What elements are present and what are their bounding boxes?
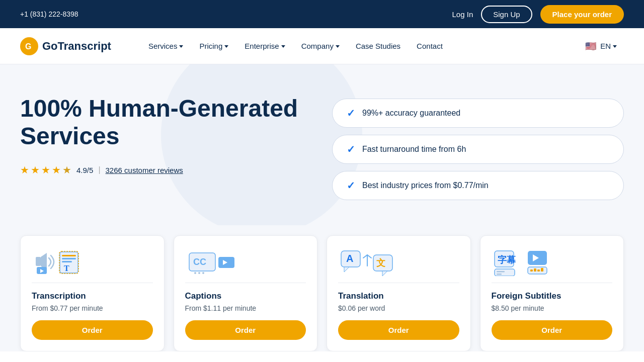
captions-order-button[interactable]: Order [185, 320, 306, 340]
feature-pill-3: ✓ Best industry prices from $0.77/min [332, 171, 624, 200]
svg-point-14 [198, 272, 200, 274]
svg-marker-20 [344, 267, 349, 272]
svg-rect-33 [534, 268, 536, 272]
svg-text:CC: CC [193, 257, 206, 267]
rating-score: 4.9/5 [76, 166, 93, 174]
nav-item-language[interactable]: 🇺🇸 EN [578, 37, 624, 56]
topbar-actions: Log In Sign Up Place your order [452, 5, 624, 24]
check-icon: ✓ [347, 179, 355, 192]
signup-button[interactable]: Sign Up [481, 6, 532, 23]
svg-rect-27 [497, 271, 505, 273]
place-order-button[interactable]: Place your order [540, 5, 624, 24]
logo[interactable]: G GoTranscript [20, 37, 111, 55]
nav-item-pricing[interactable]: Pricing [192, 38, 235, 54]
subtitles-title: Foreign Subtitles [492, 291, 613, 301]
svg-text:字幕: 字幕 [498, 254, 516, 265]
svg-rect-7 [62, 258, 76, 259]
transcription-icon-area: T [32, 248, 153, 283]
hero-title: 100% Human-Generated Services [20, 95, 302, 150]
nav-item-company[interactable]: Company [294, 38, 347, 54]
subtitles-price: $8.50 per minute [492, 304, 613, 312]
check-icon: ✓ [347, 143, 355, 155]
feature-pill-2: ✓ Fast turnaround time from 6h [332, 135, 624, 164]
svg-rect-34 [537, 269, 540, 272]
check-icon: ✓ [347, 107, 355, 119]
svg-text:G: G [25, 42, 31, 51]
svg-point-13 [194, 272, 196, 274]
transcription-icon: T [32, 248, 92, 276]
topbar: +1 (831) 222-8398 Log In Sign Up Place y… [0, 0, 644, 28]
translation-title: Translation [338, 291, 459, 301]
subtitles-order-button[interactable]: Order [492, 320, 613, 340]
service-card-subtitles: 字幕 Foreign Subtitles $8.50 per minute Or… [480, 235, 624, 351]
svg-rect-1 [36, 257, 41, 266]
captions-icon: CC [185, 248, 246, 276]
rating-divider: | [98, 165, 100, 174]
nav-item-enterprise[interactable]: Enterprise [237, 38, 292, 54]
star-2: ★ [31, 164, 40, 176]
transcription-title: Transcription [32, 291, 153, 301]
reviews-link[interactable]: 3266 customer reviews [106, 166, 183, 174]
services-row: T Transcription From $0.77 per minute Or… [0, 225, 644, 351]
svg-text:文: 文 [376, 258, 385, 268]
captions-title: Captions [185, 291, 306, 301]
logo-text: GoTranscript [42, 40, 111, 53]
chevron-down-icon [224, 45, 228, 48]
service-card-transcription: T Transcription From $0.77 per minute Or… [20, 235, 165, 351]
svg-rect-35 [541, 268, 543, 272]
svg-rect-26 [495, 269, 515, 276]
flag-icon: 🇺🇸 [585, 41, 596, 52]
translation-icon: A 文 [338, 248, 398, 276]
star-5: ★ [62, 164, 71, 176]
chevron-down-icon [336, 45, 340, 48]
captions-icon-area: CC [185, 248, 306, 283]
logo-icon: G [20, 37, 38, 55]
svg-rect-6 [62, 255, 76, 256]
translation-icon-area: A 文 [338, 248, 459, 283]
star-3: ★ [41, 164, 50, 176]
hero-rating: ★ ★ ★ ★ ★ 4.9/5 | 3266 customer reviews [20, 164, 302, 176]
login-button[interactable]: Log In [452, 10, 473, 19]
nav-links: Services Pricing Enterprise Company Case… [141, 37, 624, 56]
hero-section: 100% Human-Generated Services ★ ★ ★ ★ ★ … [0, 64, 644, 225]
nav-item-contact[interactable]: Contact [410, 38, 450, 54]
captions-price: From $1.11 per minute [185, 304, 306, 312]
service-card-captions: CC Captions From $1.11 per minute Order [174, 235, 318, 351]
feature-pill-1: ✓ 99%+ accuracy guaranteed [332, 99, 624, 128]
svg-marker-23 [382, 271, 387, 276]
chevron-down-icon [281, 45, 285, 48]
hero-right: ✓ 99%+ accuracy guaranteed ✓ Fast turnar… [332, 95, 624, 225]
nav-item-case-studies[interactable]: Case Studies [349, 38, 408, 54]
svg-rect-8 [62, 261, 72, 262]
svg-point-15 [202, 272, 204, 274]
transcription-price: From $0.77 per minute [32, 304, 153, 312]
phone-number: +1 (831) 222-8398 [20, 10, 78, 18]
svg-text:T: T [64, 264, 69, 273]
subtitles-icon: 字幕 [492, 248, 552, 276]
nav-item-services[interactable]: Services [141, 38, 191, 54]
svg-text:A: A [346, 253, 353, 264]
stars: ★ ★ ★ ★ ★ [20, 164, 71, 176]
chevron-down-icon [613, 45, 617, 48]
translation-order-button[interactable]: Order [338, 320, 459, 340]
translation-price: $0.06 per word [338, 304, 459, 312]
service-card-translation: A 文 Translation $0.06 per word Order [327, 235, 471, 351]
star-1: ★ [20, 164, 29, 176]
chevron-down-icon [179, 45, 183, 48]
subtitles-icon-area: 字幕 [492, 248, 613, 283]
svg-rect-32 [530, 269, 533, 272]
svg-rect-28 [497, 274, 502, 275]
star-4: ★ [52, 164, 61, 176]
navbar: G GoTranscript Services Pricing Enterpri… [0, 28, 644, 64]
hero-left: 100% Human-Generated Services ★ ★ ★ ★ ★ … [20, 95, 302, 225]
transcription-order-button[interactable]: Order [32, 320, 153, 340]
